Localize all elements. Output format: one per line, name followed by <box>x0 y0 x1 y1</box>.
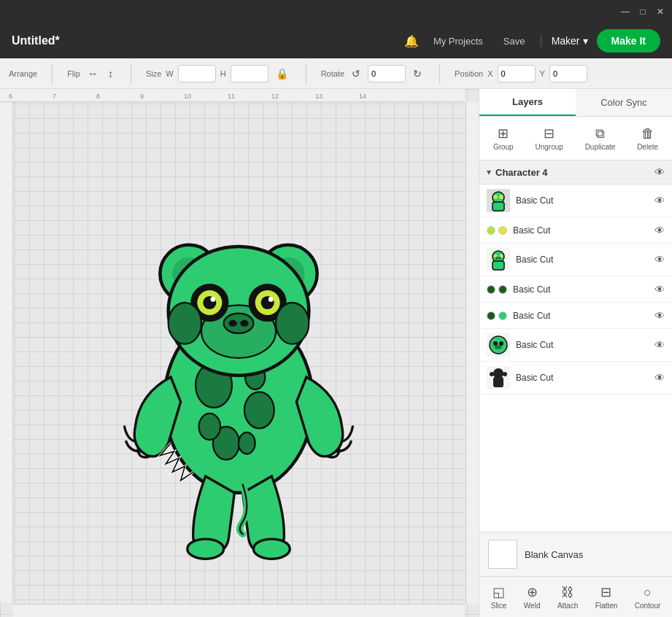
rotate-label: Rotate <box>321 69 344 78</box>
maker-selector[interactable]: Maker ▾ <box>552 35 588 47</box>
ruler-mark-6: 6 <box>9 93 12 100</box>
ungroup-label: Ungroup <box>535 143 563 151</box>
flatten-button[interactable]: ⊟ Flatten <box>591 581 622 613</box>
svg-rect-35 <box>493 261 504 270</box>
width-input[interactable] <box>178 65 216 82</box>
svg-point-38 <box>495 257 498 260</box>
vertical-scrollbar[interactable] <box>466 102 479 604</box>
group-header[interactable]: ▾ Character 4 👁 <box>479 160 672 185</box>
top-navigation: Untitled* 🔔 My Projects Save | Maker ▾ M… <box>0 23 672 58</box>
dot-2-2 <box>498 226 507 235</box>
y-input[interactable] <box>549 65 587 82</box>
flatten-icon: ⊟ <box>600 584 611 600</box>
ruler-mark-14: 14 <box>359 93 366 100</box>
size-group: Size W H 🔒 <box>146 65 291 82</box>
group-visibility-icon[interactable]: 👁 <box>654 166 665 178</box>
h-label: H <box>220 69 226 78</box>
character-illustration <box>115 144 363 560</box>
layer-thumbnail-1 <box>487 189 510 212</box>
svg-point-31 <box>493 195 498 199</box>
layer-visibility-7[interactable]: 👁 <box>654 372 665 384</box>
height-input[interactable] <box>231 65 269 82</box>
dot-1-5 <box>487 311 495 320</box>
dot-2-5 <box>498 311 507 320</box>
arrange-group: Arrange <box>9 69 37 78</box>
svg-point-32 <box>499 195 503 199</box>
canvas-area[interactable]: 6 7 8 9 10 11 12 13 14 <box>0 89 479 617</box>
ruler-vertical <box>0 102 13 602</box>
list-item[interactable]: Basic Cut 👁 <box>479 217 672 244</box>
weld-icon: ⊕ <box>527 584 538 600</box>
layer-name-5: Basic Cut <box>513 311 652 321</box>
layer-visibility-1[interactable]: 👁 <box>654 195 665 206</box>
ruler-mark-13: 13 <box>315 93 323 100</box>
svg-point-46 <box>493 368 503 379</box>
attach-icon: ⛓ <box>561 585 574 600</box>
list-item[interactable]: Basic Cut 👁 <box>479 185 672 217</box>
list-item[interactable]: Basic Cut 👁 <box>479 303 672 329</box>
tab-layers[interactable]: Layers <box>479 89 576 116</box>
svg-point-13 <box>224 314 254 333</box>
rotate-cw-button[interactable]: ↻ <box>410 66 425 81</box>
layer-visibility-3[interactable]: 👁 <box>654 254 665 265</box>
list-item[interactable]: Basic Cut 👁 <box>479 329 672 362</box>
blank-canvas-label: Blank Canvas <box>525 549 583 560</box>
weld-label: Weld <box>524 602 541 610</box>
toolbar-separator-1 <box>52 63 53 84</box>
list-item[interactable]: Basic Cut 👁 <box>479 244 672 276</box>
duplicate-label: Duplicate <box>585 143 616 151</box>
svg-rect-30 <box>493 202 504 211</box>
svg-point-5 <box>199 414 220 440</box>
layer-visibility-4[interactable]: 👁 <box>654 284 665 295</box>
ruler-mark-10: 10 <box>184 93 191 100</box>
arrange-label: Arrange <box>9 69 37 78</box>
bell-icon[interactable]: 🔔 <box>404 34 419 48</box>
contour-icon: ○ <box>644 585 652 600</box>
svg-point-23 <box>269 297 274 302</box>
nav-separator: | <box>539 34 542 47</box>
layer-name-3: Basic Cut <box>516 255 652 265</box>
slice-button[interactable]: ◱ Slice <box>487 581 511 613</box>
group-button[interactable]: ⊞ Group <box>489 123 518 154</box>
horizontal-scrollbar[interactable] <box>13 604 464 617</box>
x-input[interactable] <box>498 65 536 82</box>
svg-point-2 <box>244 392 274 428</box>
weld-button[interactable]: ⊕ Weld <box>520 581 545 613</box>
ungroup-icon: ⊟ <box>544 125 555 141</box>
flip-label: Flip <box>67 69 80 78</box>
lock-icon[interactable]: 🔒 <box>273 66 291 81</box>
flip-v-button[interactable]: ↕ <box>105 66 116 81</box>
my-projects-button[interactable]: My Projects <box>428 33 489 50</box>
minimize-button[interactable]: — <box>619 6 631 18</box>
right-panel: Layers Color Sync ⊞ Group ⊟ Ungroup ⧉ Du… <box>479 89 672 617</box>
ruler-mark-12: 12 <box>271 93 279 100</box>
flip-h-button[interactable]: ↔ <box>85 66 101 81</box>
ungroup-button[interactable]: ⊟ Ungroup <box>530 123 567 154</box>
svg-point-6 <box>239 432 255 454</box>
layer-thumbnail-7 <box>487 366 510 389</box>
tab-color-sync[interactable]: Color Sync <box>576 89 672 116</box>
maker-label: Maker <box>552 35 580 47</box>
delete-label: Delete <box>637 143 658 151</box>
list-item[interactable]: Basic Cut 👁 <box>479 362 672 395</box>
layer-visibility-6[interactable]: 👁 <box>654 339 665 351</box>
close-button[interactable]: ✕ <box>654 6 666 18</box>
layer-name-2: Basic Cut <box>513 225 652 236</box>
main-area: 6 7 8 9 10 11 12 13 14 <box>0 89 672 617</box>
save-button[interactable]: Save <box>498 33 531 50</box>
list-item[interactable]: Basic Cut 👁 <box>479 276 672 303</box>
make-it-button[interactable]: Make It <box>597 29 660 53</box>
layers-list: ▾ Character 4 👁 Basic Cut 👁 <box>479 160 672 532</box>
svg-point-19 <box>210 297 215 302</box>
blank-canvas-row[interactable]: Blank Canvas <box>479 532 672 576</box>
rotate-input[interactable] <box>368 65 406 82</box>
duplicate-button[interactable]: ⧉ Duplicate <box>581 123 620 154</box>
rotate-group: Rotate ↺ ↻ <box>321 65 425 82</box>
rotate-ccw-button[interactable]: ↺ <box>349 66 363 81</box>
attach-button[interactable]: ⛓ Attach <box>553 582 582 613</box>
delete-button[interactable]: 🗑 Delete <box>633 123 663 154</box>
layer-visibility-2[interactable]: 👁 <box>654 225 665 236</box>
maximize-button[interactable]: □ <box>637 6 649 18</box>
contour-button[interactable]: ○ Contour <box>630 582 665 613</box>
layer-visibility-5[interactable]: 👁 <box>654 310 665 322</box>
